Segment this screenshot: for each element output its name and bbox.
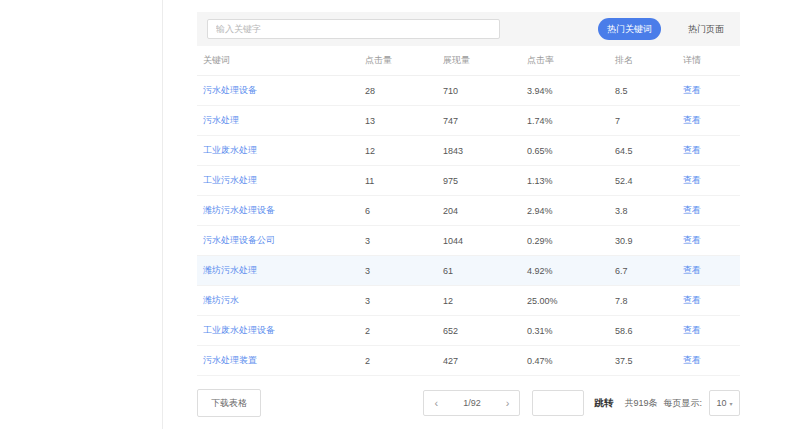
ctr-value: 2.94% bbox=[527, 206, 615, 216]
table-row: 工业污水处理119751.13%52.4查看 bbox=[197, 166, 740, 196]
table-row: 潍坊污水处理3614.92%6.7查看 bbox=[197, 256, 740, 286]
table-row: 潍坊污水处理设备62042.94%3.8查看 bbox=[197, 196, 740, 226]
clicks-value: 3 bbox=[365, 296, 443, 306]
col-clicks: 点击量 bbox=[365, 54, 443, 67]
ctr-value: 3.94% bbox=[527, 86, 615, 96]
table-row: 污水处理设备287103.94%8.5查看 bbox=[197, 76, 740, 106]
keyword-link[interactable]: 工业污水处理 bbox=[203, 174, 365, 187]
download-table-button[interactable]: 下载表格 bbox=[197, 389, 261, 417]
keyword-link[interactable]: 污水处理设备 bbox=[203, 84, 365, 97]
footer-bar: 下载表格 ‹ 1/92 › 跳转 共919条 每页显示: 10 ▾ bbox=[197, 389, 740, 417]
vertical-divider bbox=[162, 0, 163, 429]
impressions-value: 710 bbox=[443, 86, 527, 96]
rank-value: 30.9 bbox=[615, 236, 683, 246]
jump-label: 跳转 bbox=[594, 397, 613, 410]
per-page-value: 10 bbox=[716, 398, 726, 408]
keyword-stats-panel: 热门关键词 热门页面 关键词 点击量 展现量 点击率 排名 详情 污水处理设备2… bbox=[197, 12, 740, 417]
ctr-value: 4.92% bbox=[527, 266, 615, 276]
view-link[interactable]: 查看 bbox=[683, 234, 740, 247]
col-detail: 详情 bbox=[683, 54, 740, 67]
view-link[interactable]: 查看 bbox=[683, 264, 740, 277]
rank-value: 37.5 bbox=[615, 356, 683, 366]
per-page-select[interactable]: 10 ▾ bbox=[709, 390, 740, 416]
keyword-link[interactable]: 潍坊污水处理设备 bbox=[203, 204, 365, 217]
ctr-value: 0.31% bbox=[527, 326, 615, 336]
hot-pages-link[interactable]: 热门页面 bbox=[688, 23, 724, 36]
keyword-link[interactable]: 工业废水处理设备 bbox=[203, 324, 365, 337]
rank-value: 8.5 bbox=[615, 86, 683, 96]
impressions-value: 1044 bbox=[443, 236, 527, 246]
search-input[interactable] bbox=[207, 19, 500, 39]
view-link[interactable]: 查看 bbox=[683, 144, 740, 157]
pager-box: ‹ 1/92 › bbox=[423, 390, 520, 416]
view-link[interactable]: 查看 bbox=[683, 324, 740, 337]
table-row: 污水处理装置24270.47%37.5查看 bbox=[197, 346, 740, 376]
impressions-value: 747 bbox=[443, 116, 527, 126]
impressions-value: 12 bbox=[443, 296, 527, 306]
clicks-value: 11 bbox=[365, 176, 443, 186]
per-page-label: 每页显示: bbox=[663, 397, 702, 410]
col-keyword: 关键词 bbox=[203, 54, 365, 67]
clicks-value: 28 bbox=[365, 86, 443, 96]
clicks-value: 3 bbox=[365, 266, 443, 276]
rank-value: 6.7 bbox=[615, 266, 683, 276]
table-row: 污水处理137471.74%7查看 bbox=[197, 106, 740, 136]
view-link[interactable]: 查看 bbox=[683, 84, 740, 97]
col-ctr: 点击率 bbox=[527, 54, 615, 67]
table-row: 污水处理设备公司310440.29%30.9查看 bbox=[197, 226, 740, 256]
clicks-value: 3 bbox=[365, 236, 443, 246]
total-count: 共919条 bbox=[624, 397, 657, 410]
keyword-link[interactable]: 污水处理设备公司 bbox=[203, 234, 365, 247]
chevron-down-icon: ▾ bbox=[730, 400, 733, 407]
keyword-link[interactable]: 潍坊污水 bbox=[203, 294, 365, 307]
impressions-value: 975 bbox=[443, 176, 527, 186]
col-rank: 排名 bbox=[615, 54, 683, 67]
table-body: 污水处理设备287103.94%8.5查看污水处理137471.74%7查看工业… bbox=[197, 76, 740, 376]
view-link[interactable]: 查看 bbox=[683, 294, 740, 307]
rank-value: 7.8 bbox=[615, 296, 683, 306]
keyword-link[interactable]: 污水处理 bbox=[203, 114, 365, 127]
view-link[interactable]: 查看 bbox=[683, 114, 740, 127]
view-link[interactable]: 查看 bbox=[683, 204, 740, 217]
pagination: ‹ 1/92 › 跳转 共919条 每页显示: 10 ▾ bbox=[423, 390, 740, 416]
impressions-value: 652 bbox=[443, 326, 527, 336]
current-page-indicator: 1/92 bbox=[463, 398, 481, 408]
prev-page-icon[interactable]: ‹ bbox=[434, 398, 438, 409]
rank-value: 7 bbox=[615, 116, 683, 126]
col-impressions: 展现量 bbox=[443, 54, 527, 67]
rank-value: 52.4 bbox=[615, 176, 683, 186]
table-row: 潍坊污水31225.00%7.8查看 bbox=[197, 286, 740, 316]
rank-value: 58.6 bbox=[615, 326, 683, 336]
table-row: 工业废水处理设备26520.31%58.6查看 bbox=[197, 316, 740, 346]
table-row: 工业废水处理1218430.65%64.5查看 bbox=[197, 136, 740, 166]
impressions-value: 61 bbox=[443, 266, 527, 276]
table-header: 关键词 点击量 展现量 点击率 排名 详情 bbox=[197, 46, 740, 76]
ctr-value: 0.65% bbox=[527, 146, 615, 156]
rank-value: 3.8 bbox=[615, 206, 683, 216]
ctr-value: 1.74% bbox=[527, 116, 615, 126]
keyword-link[interactable]: 工业废水处理 bbox=[203, 144, 365, 157]
ctr-value: 0.47% bbox=[527, 356, 615, 366]
impressions-value: 427 bbox=[443, 356, 527, 366]
rank-value: 64.5 bbox=[615, 146, 683, 156]
ctr-value: 1.13% bbox=[527, 176, 615, 186]
next-page-icon[interactable]: › bbox=[506, 398, 510, 409]
hot-keywords-button[interactable]: 热门关键词 bbox=[598, 18, 661, 40]
clicks-value: 2 bbox=[365, 356, 443, 366]
clicks-value: 2 bbox=[365, 326, 443, 336]
view-link[interactable]: 查看 bbox=[683, 174, 740, 187]
clicks-value: 6 bbox=[365, 206, 443, 216]
view-link[interactable]: 查看 bbox=[683, 354, 740, 367]
keyword-link[interactable]: 污水处理装置 bbox=[203, 354, 365, 367]
keyword-link[interactable]: 潍坊污水处理 bbox=[203, 264, 365, 277]
ctr-value: 25.00% bbox=[527, 296, 615, 306]
ctr-value: 0.29% bbox=[527, 236, 615, 246]
clicks-value: 12 bbox=[365, 146, 443, 156]
toolbar: 热门关键词 热门页面 bbox=[197, 12, 740, 46]
impressions-value: 1843 bbox=[443, 146, 527, 156]
impressions-value: 204 bbox=[443, 206, 527, 216]
jump-page-input[interactable] bbox=[532, 390, 584, 416]
clicks-value: 13 bbox=[365, 116, 443, 126]
